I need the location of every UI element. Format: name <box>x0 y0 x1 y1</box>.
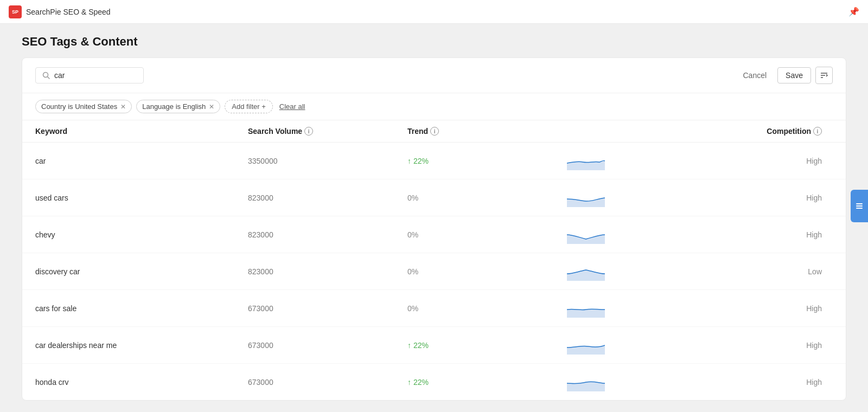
cell-competition: High <box>673 341 833 350</box>
cell-keyword: cars for sale <box>35 304 248 313</box>
cell-volume: 823000 <box>248 267 407 276</box>
app-branding: SP SearchPie SEO & Speed <box>9 5 111 18</box>
cell-chart <box>567 372 673 391</box>
table-body: car 3350000 ↑22% High used cars 823000 0… <box>22 143 846 400</box>
col-chart <box>567 127 673 136</box>
search-wrapper[interactable] <box>35 67 144 83</box>
trend-value: 0% <box>407 230 418 239</box>
col-competition-label: Competition <box>767 127 811 136</box>
cell-volume: 673000 <box>248 304 407 313</box>
cell-keyword: honda crv <box>35 378 248 387</box>
search-area <box>35 67 736 83</box>
sort-button[interactable] <box>815 67 833 84</box>
table-row: car 3350000 ↑22% High <box>22 143 846 179</box>
cell-chart <box>567 299 673 318</box>
page-title: SEO Tags & Content <box>22 35 846 49</box>
trend-info-icon[interactable]: i <box>430 127 439 136</box>
country-filter-remove[interactable]: ✕ <box>120 103 126 111</box>
clear-all-button[interactable]: Clear all <box>277 100 308 113</box>
cell-volume: 3350000 <box>248 157 407 165</box>
trend-arrow-up-icon: ↑ <box>407 341 411 350</box>
cell-trend: ↑22% <box>407 378 567 387</box>
cell-keyword: discovery car <box>35 267 248 276</box>
table-row: discovery car 823000 0% Low <box>22 253 846 290</box>
page-title-area: SEO Tags & Content <box>0 24 868 57</box>
cell-competition: Low <box>673 267 833 276</box>
cell-trend: 0% <box>407 267 567 276</box>
trend-value: 22% <box>413 378 429 387</box>
search-actions: Cancel Save <box>736 67 833 84</box>
sort-icon <box>820 71 828 80</box>
svg-line-1 <box>48 77 50 79</box>
col-competition: Competition i <box>673 127 833 136</box>
country-filter-label: Country is United States <box>41 102 117 111</box>
main-card: Cancel Save Country is United States ✕ L… <box>22 57 846 401</box>
trend-arrow-up-icon: ↑ <box>407 157 411 165</box>
app-name: SearchPie SEO & Speed <box>26 8 111 16</box>
cell-chart <box>567 262 673 281</box>
trend-value: 0% <box>407 304 418 313</box>
widget-icon <box>855 202 864 210</box>
cell-volume: 673000 <box>248 378 407 387</box>
app-icon: SP <box>9 5 22 18</box>
cell-competition: High <box>673 230 833 239</box>
svg-rect-5 <box>856 203 863 204</box>
cell-keyword: chevy <box>35 230 248 239</box>
cell-trend: ↑22% <box>407 341 567 350</box>
cell-competition: High <box>673 194 833 202</box>
table-header: Keyword Search Volume i Trend i Competit… <box>22 120 846 143</box>
table-row: chevy 823000 0% High <box>22 216 846 253</box>
cell-trend: 0% <box>407 194 567 202</box>
cancel-button[interactable]: Cancel <box>736 68 773 83</box>
table-row: cars for sale 673000 0% High <box>22 290 846 327</box>
search-input[interactable] <box>54 71 119 80</box>
volume-info-icon[interactable]: i <box>304 127 313 136</box>
col-keyword-label: Keyword <box>35 127 67 136</box>
col-keyword: Keyword <box>35 127 248 136</box>
cell-trend: ↑22% <box>407 157 567 165</box>
language-filter-label: Language is English <box>142 102 206 111</box>
trend-value: 22% <box>413 341 429 350</box>
language-filter-remove[interactable]: ✕ <box>209 103 214 111</box>
side-widget[interactable] <box>851 190 868 222</box>
add-filter-button[interactable]: Add filter + <box>225 100 273 113</box>
language-filter-tag[interactable]: Language is English ✕ <box>136 100 220 113</box>
cell-trend: 0% <box>407 304 567 313</box>
cell-competition: High <box>673 157 833 165</box>
search-icon <box>42 72 50 79</box>
cell-chart <box>567 336 673 355</box>
col-trend-label: Trend <box>407 127 428 136</box>
cell-chart <box>567 225 673 244</box>
svg-rect-7 <box>856 208 863 209</box>
cell-volume: 823000 <box>248 230 407 239</box>
cell-volume: 673000 <box>248 341 407 350</box>
competition-info-icon[interactable]: i <box>813 127 822 136</box>
cell-competition: High <box>673 304 833 313</box>
trend-arrow-up-icon: ↑ <box>407 378 411 387</box>
cell-chart <box>567 151 673 170</box>
filters-row: Country is United States ✕ Language is E… <box>22 93 846 120</box>
table-row: used cars 823000 0% High <box>22 179 846 216</box>
search-header: Cancel Save <box>22 58 846 93</box>
trend-value: 0% <box>407 194 418 202</box>
app-icon-text: SP <box>12 9 18 15</box>
table-row: honda crv 673000 ↑22% High <box>22 364 846 400</box>
cell-volume: 823000 <box>248 194 407 202</box>
save-button[interactable]: Save <box>777 67 811 83</box>
cell-keyword: car dealerships near me <box>35 341 248 350</box>
pin-icon[interactable]: 📌 <box>848 7 859 17</box>
cell-chart <box>567 188 673 207</box>
country-filter-tag[interactable]: Country is United States ✕ <box>35 100 132 113</box>
col-volume: Search Volume i <box>248 127 407 136</box>
trend-value: 0% <box>407 267 418 276</box>
svg-rect-6 <box>856 205 863 207</box>
cell-trend: 0% <box>407 230 567 239</box>
cell-competition: High <box>673 378 833 387</box>
cell-keyword: car <box>35 157 248 165</box>
trend-value: 22% <box>413 157 429 165</box>
col-trend: Trend i <box>407 127 567 136</box>
cell-keyword: used cars <box>35 194 248 202</box>
col-volume-label: Search Volume <box>248 127 302 136</box>
top-bar: SP SearchPie SEO & Speed 📌 <box>0 0 868 24</box>
table-row: car dealerships near me 673000 ↑22% High <box>22 327 846 364</box>
